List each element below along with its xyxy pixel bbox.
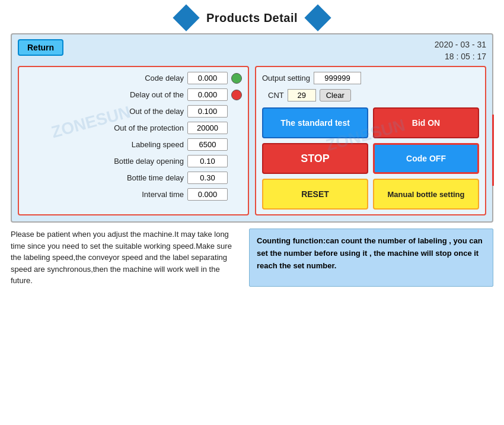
code-off-button[interactable]: Code OFF	[373, 143, 479, 174]
datetime-display: 2020 - 03 - 31 18 : 05 : 17	[435, 39, 486, 62]
field-label: Labeling speed	[25, 140, 184, 149]
output-setting-row: Output setting	[262, 72, 479, 84]
field-row: Out of the protection	[25, 122, 242, 134]
field-row: Bottle time delay	[25, 172, 242, 184]
panels-container: Code delayDelay out of theOut of the del…	[18, 66, 486, 215]
field-value-input[interactable]	[187, 88, 228, 101]
standard-test-button[interactable]: The standard test	[262, 107, 368, 138]
field-label: Bottle delay opening	[25, 157, 184, 166]
field-label: Out of the protection	[25, 123, 184, 132]
right-panel: Output setting CNT Clear ZONESUN The sta…	[255, 66, 486, 215]
cnt-value-input[interactable]	[288, 89, 316, 102]
field-value-input[interactable]	[187, 72, 228, 84]
field-value-input[interactable]	[187, 155, 228, 167]
reset-button[interactable]: RESET	[262, 179, 368, 210]
bottom-right-text: Counting function:can count the number o…	[249, 229, 493, 287]
left-fields: Code delayDelay out of theOut of the del…	[25, 72, 242, 201]
code-off-container: Code OFF	[373, 143, 479, 174]
field-label: Code delay	[25, 74, 184, 83]
field-row: Code delay	[25, 72, 242, 84]
field-row: Labeling speed	[25, 138, 242, 151]
bottom-left-text: Please be patient when you adjust the ma…	[11, 229, 243, 287]
field-label: Delay out of the	[25, 90, 184, 99]
cnt-row: CNT Clear	[262, 89, 479, 102]
time-display: 18 : 05 : 17	[435, 51, 486, 63]
field-value-input[interactable]	[187, 105, 228, 118]
field-indicator	[231, 73, 242, 84]
page-title: Products Detail	[206, 11, 298, 25]
field-value-input[interactable]	[187, 172, 228, 184]
field-value-input[interactable]	[187, 188, 228, 201]
field-row: Bottle delay opening	[25, 155, 242, 167]
button-grid: The standard test Bid ON STOP Code OFF R…	[262, 107, 479, 210]
bid-on-button[interactable]: Bid ON	[373, 107, 479, 138]
manual-bottle-button[interactable]: Manual bottle setting	[373, 179, 479, 210]
output-value-input[interactable]	[314, 72, 361, 84]
return-button[interactable]: Return	[18, 39, 63, 56]
cnt-label: CNT	[268, 91, 284, 100]
stop-button[interactable]: STOP	[262, 143, 368, 174]
page-header: Products Detail	[0, 0, 504, 33]
field-value-input[interactable]	[187, 138, 228, 151]
clear-button[interactable]: Clear	[320, 89, 351, 102]
field-value-input[interactable]	[187, 122, 228, 134]
right-diamond-icon	[304, 4, 331, 31]
field-label: Interval time	[25, 190, 184, 199]
output-label: Output setting	[262, 74, 310, 83]
field-row: Out of the delay	[25, 105, 242, 118]
field-row: Delay out of the	[25, 88, 242, 101]
top-bar: Return 2020 - 03 - 31 18 : 05 : 17	[18, 39, 486, 62]
date-display: 2020 - 03 - 31	[435, 39, 486, 51]
bottom-section: Please be patient when you adjust the ma…	[11, 229, 493, 287]
main-panel: Return 2020 - 03 - 31 18 : 05 : 17 Code …	[11, 33, 493, 223]
red-indicator-line	[492, 115, 494, 186]
field-row: Interval time	[25, 188, 242, 201]
left-panel: Code delayDelay out of theOut of the del…	[18, 66, 249, 215]
field-indicator	[231, 90, 242, 100]
left-diamond-icon	[173, 4, 199, 31]
field-label: Out of the delay	[25, 107, 184, 116]
field-label: Bottle time delay	[25, 173, 184, 182]
